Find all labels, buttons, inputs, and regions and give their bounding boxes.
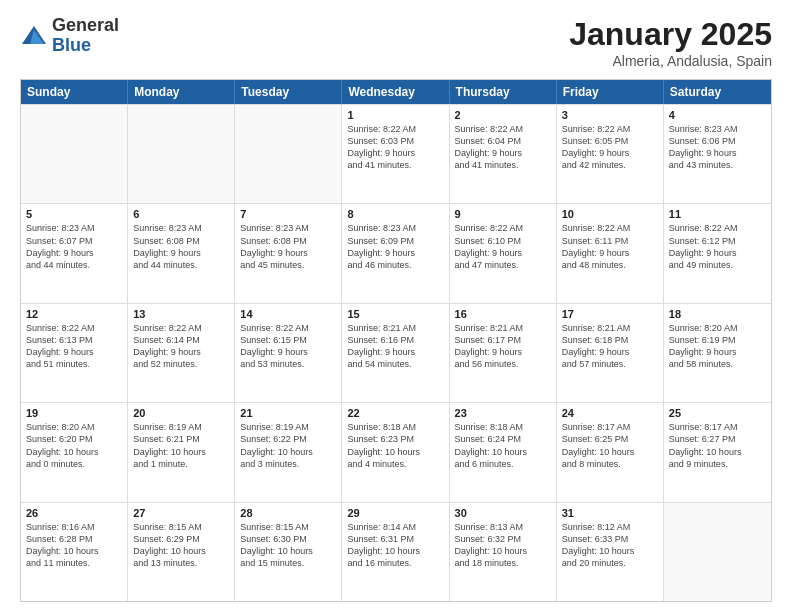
cell-daylight-info: Sunrise: 8:19 AM Sunset: 6:22 PM Dayligh… xyxy=(240,421,336,470)
calendar-cell: 9Sunrise: 8:22 AM Sunset: 6:10 PM Daylig… xyxy=(450,204,557,302)
cell-day-number: 2 xyxy=(455,109,551,121)
calendar-cell: 27Sunrise: 8:15 AM Sunset: 6:29 PM Dayli… xyxy=(128,503,235,601)
cell-daylight-info: Sunrise: 8:22 AM Sunset: 6:10 PM Dayligh… xyxy=(455,222,551,271)
cell-day-number: 26 xyxy=(26,507,122,519)
weekday-header: Saturday xyxy=(664,80,771,104)
cell-daylight-info: Sunrise: 8:15 AM Sunset: 6:29 PM Dayligh… xyxy=(133,521,229,570)
calendar-row: 1Sunrise: 8:22 AM Sunset: 6:03 PM Daylig… xyxy=(21,104,771,203)
calendar-cell: 13Sunrise: 8:22 AM Sunset: 6:14 PM Dayli… xyxy=(128,304,235,402)
weekday-header: Thursday xyxy=(450,80,557,104)
cell-day-number: 13 xyxy=(133,308,229,320)
cell-daylight-info: Sunrise: 8:22 AM Sunset: 6:05 PM Dayligh… xyxy=(562,123,658,172)
cell-daylight-info: Sunrise: 8:22 AM Sunset: 6:12 PM Dayligh… xyxy=(669,222,766,271)
page: General Blue January 2025 Almeria, Andal… xyxy=(0,0,792,612)
calendar-cell: 21Sunrise: 8:19 AM Sunset: 6:22 PM Dayli… xyxy=(235,403,342,501)
calendar-row: 26Sunrise: 8:16 AM Sunset: 6:28 PM Dayli… xyxy=(21,502,771,601)
cell-day-number: 4 xyxy=(669,109,766,121)
weekday-header: Sunday xyxy=(21,80,128,104)
calendar-cell: 22Sunrise: 8:18 AM Sunset: 6:23 PM Dayli… xyxy=(342,403,449,501)
cell-day-number: 9 xyxy=(455,208,551,220)
cell-day-number: 17 xyxy=(562,308,658,320)
cell-day-number: 6 xyxy=(133,208,229,220)
calendar-cell: 8Sunrise: 8:23 AM Sunset: 6:09 PM Daylig… xyxy=(342,204,449,302)
cell-day-number: 11 xyxy=(669,208,766,220)
cell-daylight-info: Sunrise: 8:23 AM Sunset: 6:09 PM Dayligh… xyxy=(347,222,443,271)
cell-day-number: 18 xyxy=(669,308,766,320)
cell-daylight-info: Sunrise: 8:15 AM Sunset: 6:30 PM Dayligh… xyxy=(240,521,336,570)
cell-day-number: 15 xyxy=(347,308,443,320)
title-block: January 2025 Almeria, Andalusia, Spain xyxy=(569,16,772,69)
cell-daylight-info: Sunrise: 8:21 AM Sunset: 6:18 PM Dayligh… xyxy=(562,322,658,371)
cell-day-number: 24 xyxy=(562,407,658,419)
cell-day-number: 31 xyxy=(562,507,658,519)
calendar-cell: 3Sunrise: 8:22 AM Sunset: 6:05 PM Daylig… xyxy=(557,105,664,203)
calendar-cell: 17Sunrise: 8:21 AM Sunset: 6:18 PM Dayli… xyxy=(557,304,664,402)
calendar: SundayMondayTuesdayWednesdayThursdayFrid… xyxy=(20,79,772,602)
calendar-cell: 15Sunrise: 8:21 AM Sunset: 6:16 PM Dayli… xyxy=(342,304,449,402)
logo: General Blue xyxy=(20,16,119,56)
calendar-cell: 14Sunrise: 8:22 AM Sunset: 6:15 PM Dayli… xyxy=(235,304,342,402)
cell-daylight-info: Sunrise: 8:20 AM Sunset: 6:20 PM Dayligh… xyxy=(26,421,122,470)
calendar-cell: 20Sunrise: 8:19 AM Sunset: 6:21 PM Dayli… xyxy=(128,403,235,501)
calendar-cell: 18Sunrise: 8:20 AM Sunset: 6:19 PM Dayli… xyxy=(664,304,771,402)
weekday-header: Monday xyxy=(128,80,235,104)
calendar-cell: 1Sunrise: 8:22 AM Sunset: 6:03 PM Daylig… xyxy=(342,105,449,203)
calendar-cell: 29Sunrise: 8:14 AM Sunset: 6:31 PM Dayli… xyxy=(342,503,449,601)
calendar-cell: 6Sunrise: 8:23 AM Sunset: 6:08 PM Daylig… xyxy=(128,204,235,302)
logo-text: General Blue xyxy=(52,16,119,56)
calendar-cell: 26Sunrise: 8:16 AM Sunset: 6:28 PM Dayli… xyxy=(21,503,128,601)
calendar-row: 12Sunrise: 8:22 AM Sunset: 6:13 PM Dayli… xyxy=(21,303,771,402)
cell-daylight-info: Sunrise: 8:22 AM Sunset: 6:14 PM Dayligh… xyxy=(133,322,229,371)
cell-daylight-info: Sunrise: 8:23 AM Sunset: 6:06 PM Dayligh… xyxy=(669,123,766,172)
cell-day-number: 16 xyxy=(455,308,551,320)
cell-daylight-info: Sunrise: 8:22 AM Sunset: 6:15 PM Dayligh… xyxy=(240,322,336,371)
cell-daylight-info: Sunrise: 8:22 AM Sunset: 6:13 PM Dayligh… xyxy=(26,322,122,371)
cell-daylight-info: Sunrise: 8:14 AM Sunset: 6:31 PM Dayligh… xyxy=(347,521,443,570)
cell-day-number: 21 xyxy=(240,407,336,419)
cell-day-number: 23 xyxy=(455,407,551,419)
calendar-cell: 2Sunrise: 8:22 AM Sunset: 6:04 PM Daylig… xyxy=(450,105,557,203)
cell-daylight-info: Sunrise: 8:22 AM Sunset: 6:03 PM Dayligh… xyxy=(347,123,443,172)
calendar-cell: 5Sunrise: 8:23 AM Sunset: 6:07 PM Daylig… xyxy=(21,204,128,302)
calendar-cell: 24Sunrise: 8:17 AM Sunset: 6:25 PM Dayli… xyxy=(557,403,664,501)
cell-daylight-info: Sunrise: 8:13 AM Sunset: 6:32 PM Dayligh… xyxy=(455,521,551,570)
title-location: Almeria, Andalusia, Spain xyxy=(569,53,772,69)
calendar-cell: 23Sunrise: 8:18 AM Sunset: 6:24 PM Dayli… xyxy=(450,403,557,501)
cell-daylight-info: Sunrise: 8:23 AM Sunset: 6:08 PM Dayligh… xyxy=(240,222,336,271)
cell-day-number: 27 xyxy=(133,507,229,519)
logo-icon xyxy=(20,22,48,50)
calendar-cell xyxy=(664,503,771,601)
calendar-cell: 28Sunrise: 8:15 AM Sunset: 6:30 PM Dayli… xyxy=(235,503,342,601)
cell-day-number: 12 xyxy=(26,308,122,320)
calendar-cell xyxy=(235,105,342,203)
cell-daylight-info: Sunrise: 8:17 AM Sunset: 6:27 PM Dayligh… xyxy=(669,421,766,470)
calendar-cell: 10Sunrise: 8:22 AM Sunset: 6:11 PM Dayli… xyxy=(557,204,664,302)
cell-daylight-info: Sunrise: 8:19 AM Sunset: 6:21 PM Dayligh… xyxy=(133,421,229,470)
calendar-row: 19Sunrise: 8:20 AM Sunset: 6:20 PM Dayli… xyxy=(21,402,771,501)
calendar-cell xyxy=(128,105,235,203)
calendar-cell: 12Sunrise: 8:22 AM Sunset: 6:13 PM Dayli… xyxy=(21,304,128,402)
cell-day-number: 14 xyxy=(240,308,336,320)
calendar-body: 1Sunrise: 8:22 AM Sunset: 6:03 PM Daylig… xyxy=(21,104,771,601)
calendar-cell: 7Sunrise: 8:23 AM Sunset: 6:08 PM Daylig… xyxy=(235,204,342,302)
cell-daylight-info: Sunrise: 8:21 AM Sunset: 6:17 PM Dayligh… xyxy=(455,322,551,371)
cell-daylight-info: Sunrise: 8:22 AM Sunset: 6:11 PM Dayligh… xyxy=(562,222,658,271)
cell-day-number: 1 xyxy=(347,109,443,121)
logo-general: General xyxy=(52,16,119,36)
cell-day-number: 30 xyxy=(455,507,551,519)
cell-daylight-info: Sunrise: 8:18 AM Sunset: 6:23 PM Dayligh… xyxy=(347,421,443,470)
cell-daylight-info: Sunrise: 8:23 AM Sunset: 6:08 PM Dayligh… xyxy=(133,222,229,271)
header: General Blue January 2025 Almeria, Andal… xyxy=(20,16,772,69)
calendar-header: SundayMondayTuesdayWednesdayThursdayFrid… xyxy=(21,80,771,104)
cell-day-number: 22 xyxy=(347,407,443,419)
cell-day-number: 5 xyxy=(26,208,122,220)
calendar-cell: 4Sunrise: 8:23 AM Sunset: 6:06 PM Daylig… xyxy=(664,105,771,203)
cell-daylight-info: Sunrise: 8:21 AM Sunset: 6:16 PM Dayligh… xyxy=(347,322,443,371)
calendar-cell xyxy=(21,105,128,203)
calendar-cell: 16Sunrise: 8:21 AM Sunset: 6:17 PM Dayli… xyxy=(450,304,557,402)
cell-day-number: 3 xyxy=(562,109,658,121)
cell-day-number: 20 xyxy=(133,407,229,419)
calendar-cell: 25Sunrise: 8:17 AM Sunset: 6:27 PM Dayli… xyxy=(664,403,771,501)
title-month: January 2025 xyxy=(569,16,772,53)
logo-blue: Blue xyxy=(52,36,119,56)
